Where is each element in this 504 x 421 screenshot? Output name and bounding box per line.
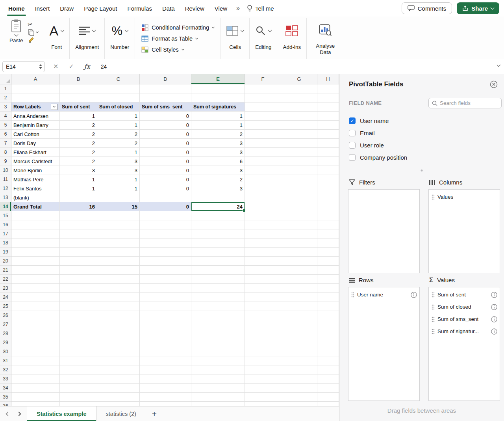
info-icon[interactable] bbox=[411, 292, 417, 298]
row-header-20[interactable]: 20 bbox=[0, 257, 11, 266]
cell-C29[interactable] bbox=[97, 338, 140, 347]
cell-C17[interactable] bbox=[97, 229, 140, 238]
cell-E6[interactable]: 2 bbox=[191, 130, 245, 139]
cell-A1[interactable] bbox=[11, 84, 60, 93]
cell-E10[interactable]: 3 bbox=[191, 166, 245, 175]
cell-D17[interactable] bbox=[140, 229, 191, 238]
cell-G34[interactable] bbox=[281, 384, 317, 393]
cell-H3[interactable] bbox=[317, 102, 339, 112]
cell-H26[interactable] bbox=[317, 311, 339, 320]
cell-B4[interactable]: 1 bbox=[60, 112, 97, 121]
info-icon[interactable] bbox=[491, 292, 497, 298]
cell-B2[interactable] bbox=[60, 93, 97, 102]
cell-C24[interactable] bbox=[97, 293, 140, 302]
search-fields-box[interactable] bbox=[428, 98, 502, 108]
cancel-icon[interactable]: ✕ bbox=[48, 63, 63, 70]
pane-resize-handle[interactable] bbox=[339, 168, 504, 175]
copy-button[interactable] bbox=[28, 28, 38, 36]
cell-A30[interactable] bbox=[11, 347, 60, 356]
cell-B24[interactable] bbox=[60, 293, 97, 302]
column-header-D[interactable]: D bbox=[140, 74, 191, 84]
ribbon-overflow-icon[interactable]: » bbox=[232, 5, 243, 12]
alignment-group[interactable]: Alignment bbox=[70, 18, 105, 59]
cell-B27[interactable] bbox=[60, 320, 97, 329]
cell-H21[interactable] bbox=[317, 266, 339, 275]
cell-E18[interactable] bbox=[191, 238, 245, 248]
cell-H2[interactable] bbox=[317, 93, 339, 102]
cell-H32[interactable] bbox=[317, 365, 339, 374]
cell-E28[interactable] bbox=[191, 329, 245, 338]
cell-B23[interactable] bbox=[60, 284, 97, 293]
cell-C15[interactable] bbox=[97, 211, 140, 220]
share-button[interactable]: Share bbox=[457, 2, 499, 14]
cell-E26[interactable] bbox=[191, 311, 245, 320]
cell-B29[interactable] bbox=[60, 338, 97, 347]
cell-F4[interactable] bbox=[245, 112, 281, 121]
cell-H6[interactable] bbox=[317, 130, 339, 139]
cell-F9[interactable] bbox=[245, 157, 281, 166]
column-header-H[interactable]: H bbox=[317, 74, 339, 84]
cell-B10[interactable]: 3 bbox=[60, 166, 97, 175]
cell-D32[interactable] bbox=[140, 365, 191, 374]
cell-F31[interactable] bbox=[245, 356, 281, 365]
cell-E22[interactable] bbox=[191, 275, 245, 284]
cell-B36[interactable] bbox=[60, 402, 97, 406]
cell-G27[interactable] bbox=[281, 320, 317, 329]
cell-F36[interactable] bbox=[245, 402, 281, 406]
cell-D4[interactable]: 0 bbox=[140, 112, 191, 121]
conditional-formatting-button[interactable]: Conditional Formatting bbox=[141, 24, 214, 31]
cell-E13[interactable] bbox=[191, 193, 245, 202]
cell-D22[interactable] bbox=[140, 275, 191, 284]
cell-B26[interactable] bbox=[60, 311, 97, 320]
checkbox-checked-icon[interactable] bbox=[349, 117, 356, 124]
cell-A10[interactable]: Marie Björlin bbox=[11, 166, 60, 175]
cell-H30[interactable] bbox=[317, 347, 339, 356]
search-fields-input[interactable] bbox=[440, 100, 498, 106]
cell-F3[interactable] bbox=[245, 102, 281, 112]
cell-G25[interactable] bbox=[281, 302, 317, 311]
close-pane-icon[interactable] bbox=[490, 80, 498, 88]
cell-A28[interactable] bbox=[11, 329, 60, 338]
row-header-15[interactable]: 15 bbox=[0, 211, 11, 220]
column-header-B[interactable]: B bbox=[60, 74, 97, 84]
name-box-stepper[interactable] bbox=[39, 64, 42, 69]
cell-H31[interactable] bbox=[317, 356, 339, 365]
cell-F33[interactable] bbox=[245, 374, 281, 384]
cell-E34[interactable] bbox=[191, 384, 245, 393]
row-header-21[interactable]: 21 bbox=[0, 266, 11, 275]
cell-D28[interactable] bbox=[140, 329, 191, 338]
row-header-32[interactable]: 32 bbox=[0, 365, 11, 374]
cell-H18[interactable] bbox=[317, 238, 339, 248]
cell-F11[interactable] bbox=[245, 175, 281, 184]
cell-G14[interactable] bbox=[281, 202, 317, 211]
cell-A2[interactable] bbox=[11, 93, 60, 102]
cell-F34[interactable] bbox=[245, 384, 281, 393]
cell-C14[interactable]: 15 bbox=[97, 202, 140, 211]
cell-C5[interactable]: 1 bbox=[97, 121, 140, 130]
cell-F18[interactable] bbox=[245, 238, 281, 248]
cell-D23[interactable] bbox=[140, 284, 191, 293]
field-company-position[interactable]: Company position bbox=[349, 151, 504, 164]
cell-B20[interactable] bbox=[60, 257, 97, 266]
name-box[interactable]: E14 bbox=[2, 61, 45, 72]
cell-D6[interactable]: 0 bbox=[140, 130, 191, 139]
row-header-8[interactable]: 8 bbox=[0, 148, 11, 157]
cell-E4[interactable]: 1 bbox=[191, 112, 245, 121]
tab-insert[interactable]: Insert bbox=[30, 0, 55, 17]
cell-C27[interactable] bbox=[97, 320, 140, 329]
cell-C16[interactable] bbox=[97, 220, 140, 229]
row-header-10[interactable]: 10 bbox=[0, 166, 11, 175]
cell-E8[interactable]: 3 bbox=[191, 148, 245, 157]
cell-D8[interactable]: 0 bbox=[140, 148, 191, 157]
format-as-table-button[interactable]: Format as Table bbox=[141, 35, 214, 42]
cell-H12[interactable] bbox=[317, 184, 339, 193]
cell-D25[interactable] bbox=[140, 302, 191, 311]
cell-G20[interactable] bbox=[281, 257, 317, 266]
cell-H15[interactable] bbox=[317, 211, 339, 220]
cell-C26[interactable] bbox=[97, 311, 140, 320]
cell-A29[interactable] bbox=[11, 338, 60, 347]
cell-B31[interactable] bbox=[60, 356, 97, 365]
cell-E3[interactable]: Sum of signatures bbox=[191, 102, 245, 112]
column-header-C[interactable]: C bbox=[97, 74, 140, 84]
cell-B8[interactable]: 2 bbox=[60, 148, 97, 157]
